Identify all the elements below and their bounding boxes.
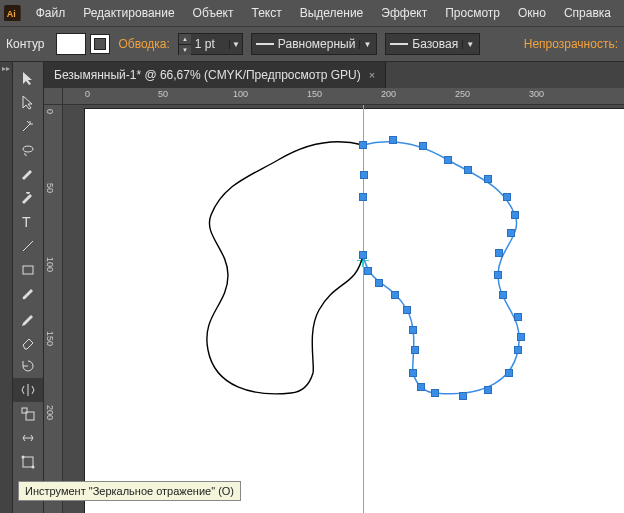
- ruler-origin[interactable]: [44, 88, 63, 105]
- pen-tool[interactable]: [13, 162, 43, 186]
- opacity-label: Непрозрачность:: [524, 37, 618, 51]
- ruler-tick: 50: [158, 89, 168, 99]
- anchor-point[interactable]: [514, 313, 522, 321]
- ruler-tick: 150: [45, 331, 55, 346]
- anchor-point[interactable]: [419, 142, 427, 150]
- chevron-down-icon[interactable]: ▼: [229, 40, 242, 49]
- anchor-point[interactable]: [494, 271, 502, 279]
- menu-справка[interactable]: Справка: [555, 0, 620, 26]
- stroke-profile-select[interactable]: Равномерный ▼: [251, 33, 377, 55]
- document-tabbar: Безымянный-1* @ 66,67% (CMYK/Предпросмот…: [44, 62, 624, 88]
- scale-tool[interactable]: [13, 402, 43, 426]
- anchor-point[interactable]: [511, 211, 519, 219]
- menu-редактирование[interactable]: Редактирование: [74, 0, 183, 26]
- selection-tool[interactable]: [13, 66, 43, 90]
- svg-text:T: T: [22, 214, 31, 230]
- free-transform-tool[interactable]: [13, 450, 43, 474]
- line-tool[interactable]: [13, 234, 43, 258]
- anchor-point[interactable]: [499, 291, 507, 299]
- anchor-point[interactable]: [391, 291, 399, 299]
- svg-marker-3: [23, 96, 32, 109]
- eraser-tool[interactable]: [13, 330, 43, 354]
- anchor-point[interactable]: [359, 251, 367, 259]
- anchor-point[interactable]: [389, 136, 397, 144]
- document-tab-title: Безымянный-1* @ 66,67% (CMYK/Предпросмот…: [54, 68, 361, 82]
- canvas[interactable]: [63, 105, 624, 513]
- anchor-point[interactable]: [409, 369, 417, 377]
- rectangle-tool[interactable]: [13, 258, 43, 282]
- chevron-down-icon[interactable]: ▼: [462, 40, 477, 49]
- ruler-tick: 0: [85, 89, 90, 99]
- anchor-point[interactable]: [484, 175, 492, 183]
- ruler-tick: 50: [45, 183, 55, 193]
- fill-swatch[interactable]: [56, 33, 86, 55]
- anchor-point[interactable]: [375, 279, 383, 287]
- menu-выделение[interactable]: Выделение: [291, 0, 373, 26]
- svg-point-10: [22, 456, 25, 459]
- menu-bar: Ai ФайлРедактированиеОбъектТекстВыделени…: [0, 0, 624, 26]
- anchor-point[interactable]: [503, 193, 511, 201]
- spin-down-icon[interactable]: ▼: [179, 45, 191, 55]
- menu-окно[interactable]: Окно: [509, 0, 555, 26]
- menu-просмотр[interactable]: Просмотр: [436, 0, 509, 26]
- stroke-swatch[interactable]: [90, 34, 110, 54]
- svg-point-11: [32, 466, 35, 469]
- anchor-point[interactable]: [517, 333, 525, 341]
- ruler-tick: 100: [45, 257, 55, 272]
- ruler-tick: 100: [233, 89, 248, 99]
- toolbox: T: [13, 62, 44, 513]
- original-path[interactable]: [207, 142, 363, 394]
- anchor-point[interactable]: [364, 267, 372, 275]
- stroke-weight-input[interactable]: ▲▼ 1 pt ▼: [178, 33, 243, 55]
- svg-line-5: [23, 241, 33, 251]
- ruler-tick: 150: [307, 89, 322, 99]
- close-icon[interactable]: ×: [369, 69, 375, 81]
- menu-текст[interactable]: Текст: [242, 0, 290, 26]
- spin-up-icon[interactable]: ▲: [179, 34, 191, 45]
- lasso-tool[interactable]: [13, 138, 43, 162]
- anchor-point[interactable]: [495, 249, 503, 257]
- direct-selection-tool[interactable]: [13, 90, 43, 114]
- anchor-point[interactable]: [464, 166, 472, 174]
- anchor-point[interactable]: [514, 346, 522, 354]
- panel-collapse-gutter[interactable]: ▸▸: [0, 62, 13, 513]
- anchor-point[interactable]: [444, 156, 452, 164]
- anchor-point[interactable]: [360, 171, 368, 179]
- reflected-path[interactable]: [363, 142, 519, 394]
- anchor-point[interactable]: [417, 383, 425, 391]
- curvature-tool[interactable]: [13, 186, 43, 210]
- ruler-tick: 200: [381, 89, 396, 99]
- anchor-point[interactable]: [505, 369, 513, 377]
- ruler-tick: 200: [45, 405, 55, 420]
- fill-stroke-swatches[interactable]: [56, 33, 110, 55]
- type-tool[interactable]: T: [13, 210, 43, 234]
- brush-select[interactable]: Базовая ▼: [385, 33, 480, 55]
- chevron-right-icon: ▸▸: [2, 64, 10, 513]
- menu-файл[interactable]: Файл: [27, 0, 75, 26]
- mode-label: Контур: [6, 37, 48, 51]
- anchor-point[interactable]: [507, 229, 515, 237]
- work-area: ▸▸ T Безымянный-1* @ 66,67% (CMYK/Предпр…: [0, 62, 624, 513]
- vertical-ruler[interactable]: 050100150200: [44, 105, 63, 513]
- menu-объект[interactable]: Объект: [184, 0, 243, 26]
- anchor-point[interactable]: [484, 386, 492, 394]
- menu-эффект[interactable]: Эффект: [372, 0, 436, 26]
- horizontal-ruler[interactable]: 050100150200250300: [63, 88, 624, 105]
- anchor-point[interactable]: [359, 141, 367, 149]
- paintbrush-tool[interactable]: [13, 282, 43, 306]
- svg-rect-9: [23, 457, 33, 467]
- anchor-point[interactable]: [409, 326, 417, 334]
- anchor-point[interactable]: [359, 193, 367, 201]
- reflect-tool[interactable]: [13, 378, 43, 402]
- anchor-point[interactable]: [431, 389, 439, 397]
- anchor-point[interactable]: [403, 306, 411, 314]
- anchor-point[interactable]: [411, 346, 419, 354]
- magic-wand-tool[interactable]: [13, 114, 43, 138]
- pencil-tool[interactable]: [13, 306, 43, 330]
- width-tool[interactable]: [13, 426, 43, 450]
- document-tab[interactable]: Безымянный-1* @ 66,67% (CMYK/Предпросмот…: [44, 62, 386, 88]
- line-sample-icon: [256, 43, 274, 45]
- rotate-tool[interactable]: [13, 354, 43, 378]
- chevron-down-icon[interactable]: ▼: [359, 40, 374, 49]
- anchor-point[interactable]: [459, 392, 467, 400]
